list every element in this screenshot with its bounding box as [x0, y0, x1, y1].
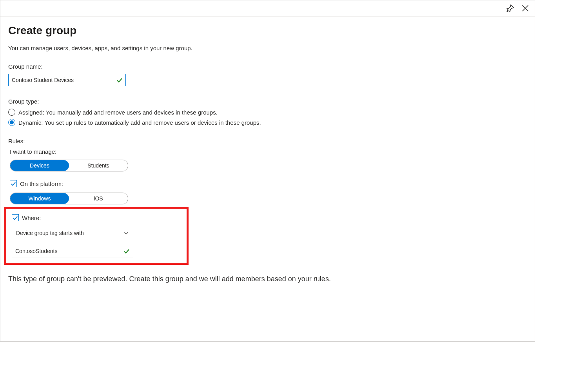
group-name-input[interactable]: Contoso Student Devices [8, 74, 126, 86]
radio-assigned-label: Assigned: You manually add and remove us… [18, 109, 218, 116]
manage-label: I want to manage: [10, 148, 527, 155]
platform-checkbox-row: On this platform: [10, 180, 527, 187]
toggle-students[interactable]: Students [69, 160, 128, 171]
pin-icon[interactable] [506, 4, 514, 12]
where-checkbox-row: Where: [12, 214, 181, 221]
where-dropdown-value: Device group tag starts with [16, 230, 84, 236]
radio-dynamic[interactable]: Dynamic: You set up rules to automatical… [8, 119, 527, 126]
group-name-label: Group name: [8, 63, 527, 70]
group-type-label: Group type: [8, 98, 527, 105]
manage-toggle: Devices Students [10, 160, 128, 171]
radio-icon [8, 119, 15, 126]
radio-icon [8, 109, 15, 116]
where-checkbox-label: Where: [22, 215, 41, 221]
group-name-value: Contoso Student Devices [12, 77, 74, 83]
checkmark-icon [116, 77, 123, 83]
group-name-input-wrap: Contoso Student Devices [8, 74, 126, 86]
where-checkbox[interactable] [12, 214, 19, 221]
content-area: Create group You can manage users, devic… [0, 16, 535, 291]
chevron-down-icon [123, 230, 129, 236]
titlebar [0, 0, 535, 16]
where-value-wrap: ContosoStudents [12, 245, 181, 257]
where-value-input[interactable]: ContosoStudents [12, 245, 133, 257]
page-subtitle: You can manage users, devices, apps, and… [8, 45, 527, 51]
where-dropdown[interactable]: Device group tag starts with [12, 227, 133, 239]
platform-checkbox[interactable] [10, 180, 17, 187]
toggle-ios[interactable]: iOS [69, 193, 128, 204]
toggle-devices[interactable]: Devices [10, 160, 69, 171]
where-highlight-box: Where: Device group tag starts with Cont… [4, 207, 189, 265]
checkmark-icon [123, 248, 130, 254]
radio-dynamic-label: Dynamic: You set up rules to automatical… [18, 119, 261, 126]
create-group-panel: Create group You can manage users, devic… [0, 0, 535, 342]
platform-toggle: Windows iOS [10, 193, 128, 204]
toggle-windows[interactable]: Windows [10, 193, 69, 204]
close-icon[interactable] [521, 4, 529, 12]
footer-note: This type of group can't be previewed. C… [8, 275, 527, 283]
rules-label: Rules: [8, 138, 527, 144]
radio-assigned[interactable]: Assigned: You manually add and remove us… [8, 109, 527, 116]
page-title: Create group [8, 24, 527, 37]
where-value-text: ContosoStudents [15, 248, 57, 254]
platform-checkbox-label: On this platform: [20, 180, 63, 187]
